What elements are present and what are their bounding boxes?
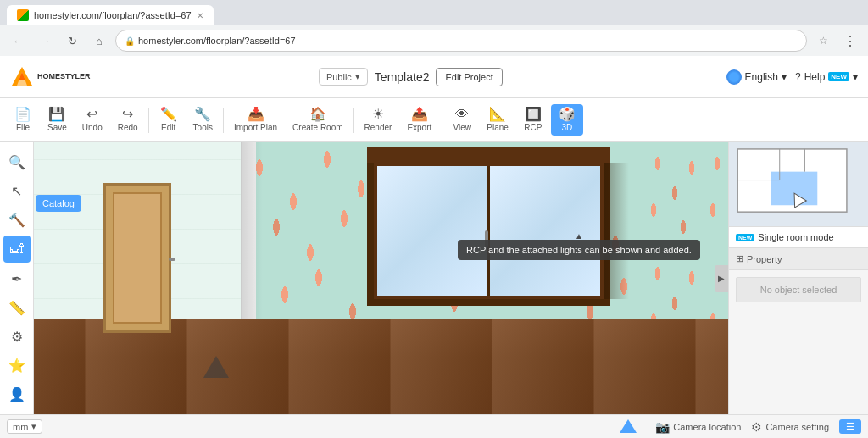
browser-chrome: homestyler.com/floorplan/?assetId=67 ✕ ←… [0, 0, 868, 56]
minimap [729, 142, 868, 227]
toolbar-export[interactable]: 📤 Export [400, 104, 438, 136]
sidebar-sofa[interactable]: 🛋 [3, 236, 31, 263]
import-icon: 📥 [248, 108, 264, 121]
active-tab[interactable]: homestyler.com/floorplan/?assetId=67 ✕ [7, 5, 214, 25]
toolbar-save[interactable]: 💾 Save [41, 104, 74, 136]
render-icon: ☀ [372, 108, 384, 121]
toolbar-export-label: Export [407, 123, 431, 132]
help-arrow: ▾ [853, 71, 858, 83]
toolbar-tools-label: Tools [193, 123, 213, 132]
sidebar-settings[interactable]: ⚙ [3, 324, 31, 350]
help-label: Help [804, 71, 826, 83]
sidebar-cursor[interactable]: ↖ [3, 178, 31, 203]
unit-arrow: ▾ [31, 421, 36, 432]
window-pane-right [490, 166, 599, 296]
toolbar-undo[interactable]: ↩ Undo [75, 104, 109, 136]
toolbar-rcp[interactable]: 🔲 RCP [517, 104, 549, 136]
window-inner [377, 166, 600, 296]
logo-area: HOMESTYLER [10, 65, 95, 89]
export-icon: 📤 [411, 108, 428, 121]
language-arrow: ▾ [782, 71, 787, 83]
app-header: HOMESTYLER Public ▾ Template2 Edit Proje… [0, 56, 868, 98]
toolbar-edit[interactable]: ✏️ Edit [153, 104, 185, 136]
tools-icon: 🔧 [194, 108, 211, 121]
sidebar-search[interactable]: 🔍 [3, 149, 31, 175]
sidebar-pen[interactable]: ✒ [3, 266, 31, 291]
camera-location-btn[interactable]: 📷 Camera location [655, 420, 741, 434]
tab-close-btn[interactable]: ✕ [197, 11, 203, 20]
single-room-mode-btn[interactable]: NEW Single room mode [729, 227, 868, 248]
toolbar-tools[interactable]: 🔧 Tools [186, 104, 220, 136]
main-layout: 🔍 ↖ 🔨 🛋 ✒ 📏 ⚙ ⭐ 👤 Catalog [0, 142, 868, 414]
toolbar-view[interactable]: 👁 View [446, 104, 478, 136]
bottom-right-icon: ☰ [846, 421, 854, 432]
right-wall [645, 142, 728, 319]
panel-collapse-btn[interactable]: ▶ [715, 265, 728, 292]
refresh-btn[interactable]: ↻ [61, 30, 83, 52]
tooltip-text: RCP and the attached lights can be shown… [466, 245, 692, 255]
toolbar-redo[interactable]: ↪ Redo [111, 104, 145, 136]
header-center: Public ▾ Template2 Edit Project [105, 68, 716, 86]
visibility-arrow: ▾ [355, 71, 360, 82]
lock-icon: 🔒 [125, 36, 135, 46]
toolbar-import[interactable]: 📥 Import Plan [227, 104, 284, 136]
create-room-icon: 🏠 [309, 108, 326, 121]
forward-btn[interactable]: → [34, 30, 56, 52]
property-panel: ⊞ Property No object selected [729, 248, 868, 414]
door-panel [113, 192, 162, 324]
toolbar-create-room[interactable]: 🏠 Create Room [286, 104, 349, 136]
rcp-icon: 🔲 [525, 108, 542, 121]
bottom-right-action[interactable]: ☰ [839, 419, 861, 434]
sidebar-user[interactable]: 👤 [3, 382, 31, 408]
3d-viewport[interactable]: RCP and the attached lights can be shown… [34, 142, 728, 414]
tab-title: homestyler.com/floorplan/?assetId=67 [34, 10, 192, 20]
unit-selector[interactable]: mm ▾ [7, 419, 42, 434]
right-panel: NEW Single room mode ⊞ Property No objec… [728, 142, 868, 414]
toolbar-rcp-label: RCP [524, 123, 542, 132]
sidebar-hammer[interactable]: 🔨 [3, 207, 31, 232]
triangle-icon [203, 356, 229, 378]
view-icon: 👁 [455, 108, 469, 121]
redo-icon: ↪ [122, 108, 133, 121]
toolbar-divider-1 [148, 108, 149, 133]
nav-up-btn[interactable] [618, 418, 638, 436]
room-mode-new-badge: NEW [736, 234, 754, 241]
camera-setting-btn[interactable]: ⚙ Camera setting [751, 420, 829, 434]
file-icon: 📄 [14, 108, 31, 121]
toolbar-file[interactable]: 📄 File [7, 104, 39, 136]
camera-location-icon: 📷 [655, 420, 670, 434]
window-top-bar [367, 147, 610, 163]
toolbar-render[interactable]: ☀ Render [358, 104, 399, 136]
browser-tabs: homestyler.com/floorplan/?assetId=67 ✕ [0, 0, 868, 25]
window-frame [367, 156, 610, 306]
edit-project-btn[interactable]: Edit Project [436, 68, 502, 86]
sidebar-star[interactable]: ⭐ [3, 353, 31, 379]
toolbar-save-label: Save [47, 123, 67, 132]
toolbar-render-label: Render [364, 123, 392, 132]
help-new-badge: NEW [828, 72, 849, 81]
header-right: English ▾ ? Help NEW ▾ [726, 69, 858, 85]
app-toolbar: 📄 File 💾 Save ↩ Undo ↪ Redo ✏️ Edit 🔧 To… [0, 98, 868, 142]
edit-icon: ✏️ [160, 108, 177, 121]
property-grid-icon: ⊞ [736, 253, 743, 264]
toolbar-redo-label: Redo [118, 123, 138, 132]
toolbar-plane[interactable]: 📐 Plane [480, 104, 515, 136]
toolbar-3d[interactable]: 🎲 3D [551, 104, 583, 136]
toolbar-import-label: Import Plan [234, 123, 277, 132]
language-selector[interactable]: English ▾ [726, 69, 787, 85]
catalog-btn-container: Catalog [34, 195, 81, 212]
nav-triangle [203, 356, 229, 380]
address-bar[interactable]: 🔒 homestyler.com/floorplan/?assetId=67 [115, 30, 807, 52]
window-pane-left [377, 166, 487, 296]
no-object-selected: No object selected [736, 277, 861, 302]
home-btn[interactable]: ⌂ [88, 30, 110, 52]
property-header: ⊞ Property [729, 248, 868, 270]
browser-menu-btn[interactable]: ⋮ [839, 30, 861, 52]
catalog-button[interactable]: Catalog [36, 195, 81, 212]
back-btn[interactable]: ← [7, 30, 29, 52]
property-label: Property [747, 254, 782, 264]
bookmark-btn[interactable]: ☆ [812, 30, 834, 52]
help-btn[interactable]: ? Help NEW ▾ [795, 71, 858, 83]
visibility-dropdown[interactable]: Public ▾ [319, 68, 368, 86]
sidebar-measure[interactable]: 📏 [3, 296, 31, 321]
